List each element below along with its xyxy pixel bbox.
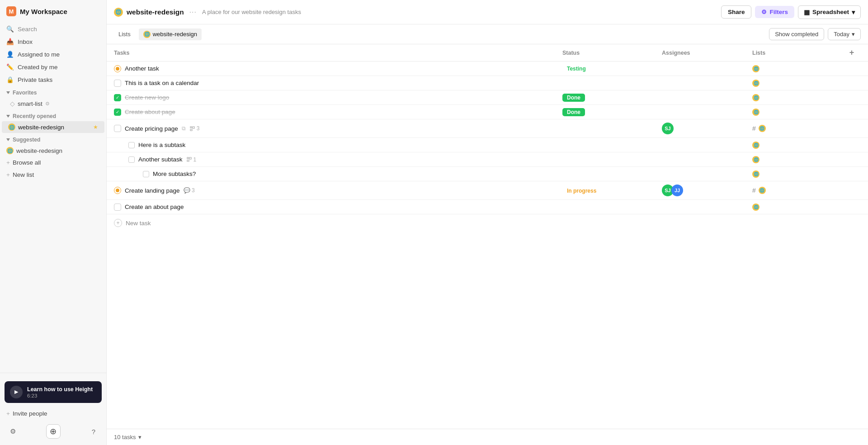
spreadsheet-chevron: ▾ <box>852 9 855 16</box>
task-checkbox[interactable]: ✓ <box>114 94 121 101</box>
topbar-right: Share ⚙ Filters ▦ Spreadsheet ▾ <box>721 5 861 19</box>
table-row[interactable]: Another task Testing 🌐 <box>107 62 868 76</box>
suggested-label: Suggested <box>13 137 40 143</box>
table-row[interactable]: Create landing page 💬 3 In progress SJ J… <box>107 181 868 200</box>
website-redesign-label: website-redesign <box>18 124 90 131</box>
hash-icon: # <box>752 125 756 132</box>
subtask-icon: 3 <box>189 125 200 132</box>
lists-cell: # 🌐 <box>752 125 843 132</box>
sidebar-item-inbox[interactable]: 📥 Inbox <box>0 35 106 48</box>
assignee-avatar-jj: JJ <box>671 185 683 196</box>
search-bar[interactable]: 🔍 Search <box>0 23 106 35</box>
table-row[interactable]: Another subtask 1 🌐 <box>107 152 868 167</box>
recently-opened-section[interactable]: Recently opened <box>0 109 106 121</box>
new-list-button[interactable]: + New list <box>0 169 106 181</box>
suggested-website-label: website-redesign <box>16 147 62 154</box>
play-icon: ▶ <box>10 386 23 398</box>
lists-cell: 🌐 <box>752 170 843 178</box>
task-cell: Another task <box>114 65 562 72</box>
filters-label: Filters <box>769 9 788 15</box>
favorites-section[interactable]: Favorites <box>0 86 106 98</box>
lists-cell: 🌐 <box>752 203 843 211</box>
favorites-label: Favorites <box>13 90 37 96</box>
task-checkbox[interactable] <box>114 125 121 132</box>
table-row[interactable]: ✓ Create about page Done 🌐 <box>107 105 868 119</box>
assignees-cell: SJ <box>662 123 752 134</box>
task-checkbox[interactable] <box>114 204 121 211</box>
task-checkbox[interactable] <box>114 187 121 194</box>
task-name: Here is a subtask <box>138 142 185 148</box>
task-checkbox[interactable] <box>143 171 149 177</box>
invite-button[interactable]: + Invite people <box>0 407 106 421</box>
table-row[interactable]: Here is a subtask 🌐 <box>107 138 868 152</box>
sidebar-item-smart-list[interactable]: ◇ smart-list ⚙ <box>0 98 106 109</box>
new-task-plus-icon: + <box>114 219 122 227</box>
table-row[interactable]: More subtasks? 🌐 <box>107 167 868 181</box>
list-globe-icon: 🌐 <box>759 125 766 132</box>
list-globe-icon: 🌐 <box>752 170 760 178</box>
task-cell: ✓ Create about page <box>114 109 562 116</box>
subtoolbar: Lists 🌐 website-redesign Show completed … <box>107 24 868 44</box>
hash-icon: # <box>752 187 756 194</box>
sidebar-item-assigned[interactable]: 👤 Assigned to me <box>0 48 106 61</box>
diamond-icon: ◇ <box>10 100 15 107</box>
private-icon: 🔒 <box>6 76 14 83</box>
sidebar-item-created[interactable]: ✏️ Created by me <box>0 61 106 73</box>
assigned-icon: 👤 <box>6 51 14 58</box>
share-button[interactable]: Share <box>721 5 752 19</box>
workspace-header[interactable]: M My Workspace <box>0 0 106 23</box>
lists-tab[interactable]: Lists <box>114 28 135 40</box>
sidebar-bottom: ▶ Learn how to use Height 6:23 + Invite … <box>0 373 106 445</box>
task-name: Another task <box>125 65 159 72</box>
settings-icon-button[interactable]: ⚙ <box>6 425 19 438</box>
active-tab-website-redesign[interactable]: 🌐 website-redesign <box>139 28 202 40</box>
task-checkbox[interactable] <box>128 142 135 148</box>
star-icon: ★ <box>93 124 98 130</box>
task-cell: Create pricing page ⧉ 3 <box>114 125 562 132</box>
filters-button[interactable]: ⚙ Filters <box>755 6 794 18</box>
globe-icon: 🌐 <box>8 123 15 131</box>
task-checkbox[interactable] <box>114 65 121 72</box>
lists-cell: 🌐 <box>752 141 843 149</box>
status-badge: Testing <box>562 65 590 73</box>
plus-icon-invite: + <box>6 410 10 417</box>
learn-card[interactable]: ▶ Learn how to use Height 6:23 <box>5 381 102 403</box>
add-column-button[interactable]: + <box>849 48 854 57</box>
task-checkbox[interactable] <box>128 156 135 163</box>
suggested-chevron <box>6 138 10 141</box>
new-task-button[interactable]: + New task <box>107 214 868 232</box>
list-globe-icon: 🌐 <box>759 187 766 194</box>
sidebar-item-website-redesign[interactable]: 🌐 website-redesign ★ <box>2 121 104 133</box>
sidebar-item-suggested-website[interactable]: 🌐 website-redesign <box>0 145 106 156</box>
footer-chevron: ▾ <box>138 434 142 440</box>
table-row[interactable]: Create pricing page ⧉ 3 SJ # 🌐 <box>107 119 868 138</box>
list-globe-icon: 🌐 <box>752 80 760 87</box>
add-task-fab[interactable]: ⊕ <box>46 424 61 439</box>
suggested-section[interactable]: Suggested <box>0 133 106 145</box>
table-row[interactable]: Create an about page 🌐 <box>107 200 868 214</box>
task-name: Create new logo <box>125 94 169 101</box>
sidebar-item-private[interactable]: 🔒 Private tasks <box>0 73 106 86</box>
task-checkbox[interactable]: ✓ <box>114 109 121 116</box>
today-chevron: ▾ <box>852 31 855 38</box>
learn-title: Learn how to use Height <box>27 386 93 393</box>
more-options-button[interactable]: ··· <box>188 8 198 16</box>
help-icon-button[interactable]: ? <box>87 425 100 438</box>
invite-label: Invite people <box>13 410 47 417</box>
spreadsheet-label: Spreadsheet <box>812 9 849 15</box>
list-globe-icon: 🌐 <box>752 94 760 101</box>
created-label: Created by me <box>18 64 58 71</box>
subtoolbar-right: Show completed Today ▾ <box>769 28 861 40</box>
task-checkbox[interactable] <box>114 80 121 87</box>
browse-all-button[interactable]: + Browse all <box>0 156 106 169</box>
status-badge: Done <box>562 108 585 116</box>
show-completed-button[interactable]: Show completed <box>769 28 824 40</box>
spreadsheet-button[interactable]: ▦ Spreadsheet ▾ <box>798 5 861 19</box>
today-button[interactable]: Today ▾ <box>828 28 861 40</box>
table-row[interactable]: This is a task on a calendar 🌐 <box>107 76 868 90</box>
status-cell: Testing <box>562 65 662 72</box>
table-header: Tasks Status Assignees Lists + <box>107 44 868 62</box>
task-name: Another subtask <box>138 156 183 163</box>
filter-icon: ⚙ <box>761 9 767 15</box>
table-row[interactable]: ✓ Create new logo Done 🌐 <box>107 90 868 105</box>
